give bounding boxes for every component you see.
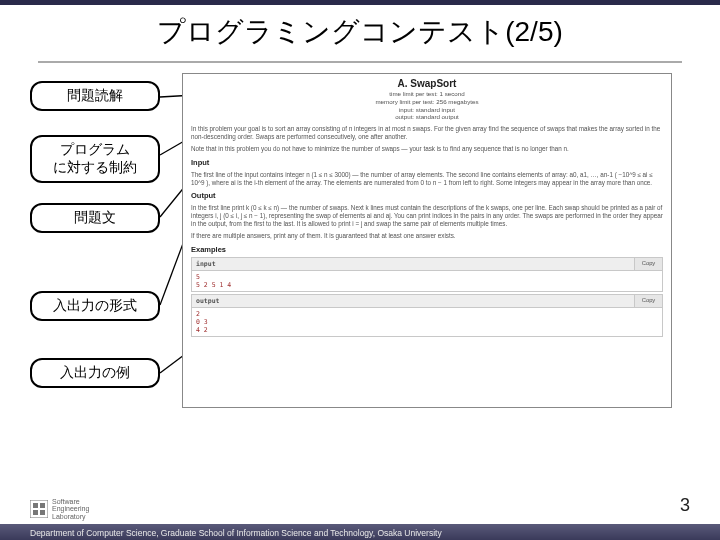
problem-title: A. SwapSort xyxy=(191,78,663,89)
problem-para-1: In this problem your goal is to sort an … xyxy=(191,125,663,141)
svg-rect-8 xyxy=(33,510,38,515)
sel-logo: Software Engineering Laboratory xyxy=(30,498,89,520)
lab-logo-text: Software Engineering Laboratory xyxy=(52,498,89,520)
label-text: 入出力の形式 xyxy=(53,297,137,313)
svg-rect-5 xyxy=(30,500,48,518)
label-problem-reading: 問題読解 xyxy=(30,81,160,111)
label-constraints: プログラム に対する制約 xyxy=(30,135,160,183)
problem-meta: time limit per test: 1 second memory lim… xyxy=(191,90,663,121)
label-io-example: 入出力の例 xyxy=(30,358,160,388)
meta-output: output: standard output xyxy=(191,113,663,121)
meta-memory: memory limit per test: 256 megabytes xyxy=(191,98,663,106)
logo-line-3: Laboratory xyxy=(52,513,89,520)
label-text: 問題読解 xyxy=(67,87,123,103)
section-input: Input xyxy=(191,158,663,167)
example-output-data: 2 0 3 4 2 xyxy=(191,308,663,337)
page-number: 3 xyxy=(680,495,690,516)
example-input-label: input xyxy=(192,258,634,270)
example-input-row: input Copy xyxy=(191,257,663,271)
label-text: プログラム に対する制約 xyxy=(40,141,150,177)
section-output: Output xyxy=(191,191,663,200)
copy-button[interactable]: Copy xyxy=(634,258,662,270)
label-text: 問題文 xyxy=(74,209,116,225)
section-examples: Examples xyxy=(191,245,663,254)
output-desc-1: In the first line print k (0 ≤ k ≤ n) — … xyxy=(191,204,663,229)
label-io-format: 入出力の形式 xyxy=(30,291,160,321)
example-output-row: output Copy xyxy=(191,294,663,308)
input-desc: The first line of the input contains int… xyxy=(191,171,663,187)
title-underline xyxy=(38,61,682,63)
meta-time: time limit per test: 1 second xyxy=(191,90,663,98)
example-output-label: output xyxy=(192,295,634,307)
logo-line-1: Software xyxy=(52,498,89,505)
footer: Software Engineering Laboratory 3 Depart… xyxy=(0,498,720,540)
problem-para-2: Note that in this problem you do not hav… xyxy=(191,145,663,153)
logo-line-2: Engineering xyxy=(52,505,89,512)
label-statement: 問題文 xyxy=(30,203,160,233)
footer-dept: Department of Computer Science, Graduate… xyxy=(30,528,442,538)
copy-button[interactable]: Copy xyxy=(634,295,662,307)
slide-title: プログラミングコンテスト(2/5) xyxy=(40,13,680,51)
example-input-data: 5 5 2 5 1 4 xyxy=(191,271,663,292)
label-text: 入出力の例 xyxy=(60,364,130,380)
content: 問題読解 プログラム に対する制約 問題文 入出力の形式 入出力の例 A. Sw… xyxy=(0,73,720,493)
problem-panel: A. SwapSort time limit per test: 1 secon… xyxy=(182,73,672,408)
examples-box: input Copy 5 5 2 5 1 4 output Copy 2 0 3… xyxy=(191,257,663,338)
svg-rect-6 xyxy=(33,503,38,508)
title-region: プログラミングコンテスト(2/5) xyxy=(0,5,720,55)
svg-rect-7 xyxy=(40,503,45,508)
output-desc-2: If there are multiple answers, print any… xyxy=(191,232,663,240)
footer-bar: Department of Computer Science, Graduate… xyxy=(0,524,720,540)
meta-input: input: standard input xyxy=(191,106,663,114)
svg-rect-9 xyxy=(40,510,45,515)
lab-logo-icon xyxy=(30,500,48,518)
